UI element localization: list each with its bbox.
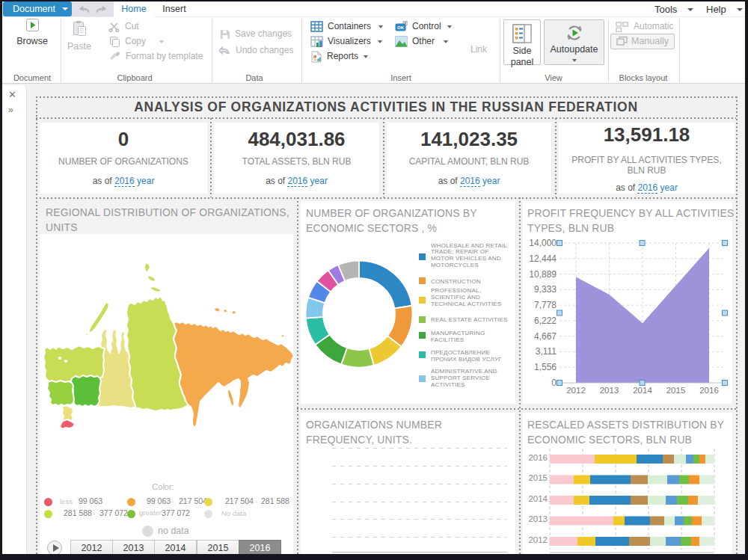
svg-text:OK: OK: [397, 25, 405, 30]
